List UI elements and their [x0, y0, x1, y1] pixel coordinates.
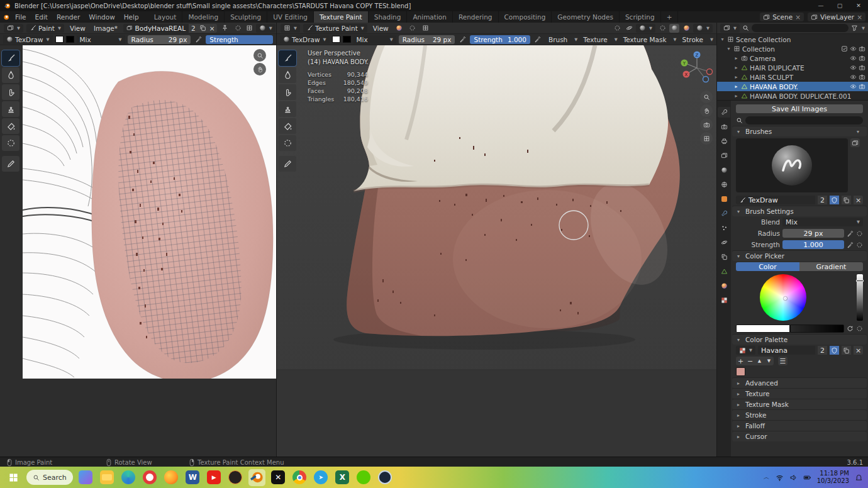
- disable-render-icon[interactable]: [859, 64, 865, 71]
- uv-sync-toggle[interactable]: [245, 24, 255, 33]
- image-view-menu[interactable]: View: [67, 25, 88, 32]
- brush-unlink-button[interactable]: ×: [854, 196, 863, 204]
- advanced-panel-header[interactable]: ▸Advanced: [732, 377, 867, 388]
- add-workspace-button[interactable]: +: [661, 11, 679, 23]
- tab-texture[interactable]: [718, 295, 730, 306]
- radius-slider[interactable]: 29 px: [782, 229, 844, 238]
- secondary-color-swatch[interactable]: [343, 36, 351, 43]
- value-slider[interactable]: [857, 274, 863, 321]
- menu-edit[interactable]: Edit: [31, 11, 52, 23]
- vp-blend-dropdown[interactable]: Mix▼: [353, 35, 396, 44]
- viewport-zoom-control[interactable]: [700, 91, 713, 103]
- tab-constraints[interactable]: [718, 252, 730, 262]
- hide-eye-icon[interactable]: [850, 55, 857, 62]
- tab-object[interactable]: [718, 194, 730, 204]
- disclosure-icon[interactable]: ▾: [720, 36, 725, 42]
- brush-gallery-button[interactable]: [850, 138, 860, 147]
- hide-eye-icon[interactable]: [850, 64, 857, 71]
- tool-soften[interactable]: [2, 67, 19, 83]
- tool-smear[interactable]: [2, 84, 19, 100]
- taskbar-app-steam[interactable]: [377, 469, 394, 486]
- primary-color-swatch[interactable]: [55, 36, 64, 43]
- tab-rendering[interactable]: Rendering: [453, 11, 499, 23]
- radius-pressure-toggle[interactable]: [457, 35, 467, 44]
- disclosure-icon[interactable]: ▸: [733, 93, 739, 99]
- scene-unlink-icon[interactable]: ×: [795, 13, 801, 21]
- animate-property-icon[interactable]: [856, 325, 863, 332]
- tab-particles[interactable]: [718, 223, 730, 233]
- vp-radius-slider[interactable]: Radius29 px: [399, 35, 455, 44]
- disclosure-icon[interactable]: ▸: [733, 74, 739, 80]
- shading-wireframe-button[interactable]: [657, 24, 667, 33]
- navigation-gizmo[interactable]: Y Z X: [679, 50, 715, 86]
- outliner-search-input[interactable]: [752, 24, 849, 32]
- search-icon[interactable]: [742, 25, 749, 31]
- brush-preview-panel[interactable]: [736, 138, 848, 192]
- strength-slider[interactable]: 1.000: [782, 240, 844, 249]
- chevron-down-icon[interactable]: ▼: [862, 26, 865, 31]
- strength-pressure-toggle[interactable]: [533, 35, 543, 44]
- disable-render-icon[interactable]: [859, 45, 865, 52]
- tab-physics[interactable]: [718, 237, 730, 248]
- editor-type-selector[interactable]: ▼: [720, 24, 740, 33]
- tray-overflow-chevron[interactable]: ︿: [764, 473, 770, 482]
- filter-icon[interactable]: [851, 25, 858, 31]
- editor-type-selector[interactable]: ▼: [4, 24, 23, 33]
- gradient-tab[interactable]: Gradient: [799, 262, 863, 271]
- disclosure-icon[interactable]: ▸: [733, 65, 739, 70]
- texture-canvas[interactable]: [23, 45, 277, 379]
- brush-datablock-name[interactable]: TexDraw: [736, 196, 815, 204]
- image-users-count[interactable]: 2: [189, 24, 198, 33]
- taskbar-app-blender[interactable]: [248, 469, 265, 486]
- stroke-panel-header[interactable]: ▸Stroke: [732, 409, 867, 420]
- color-wheel[interactable]: [760, 274, 806, 321]
- palette-unlink-button[interactable]: ×: [854, 346, 863, 355]
- blender-app-menu-icon[interactable]: [3, 14, 9, 21]
- disclosure-icon[interactable]: ▸: [733, 55, 739, 61]
- tool-soften[interactable]: [279, 67, 296, 83]
- tab-texture-paint[interactable]: Texture Paint: [314, 11, 369, 23]
- value-slider-handle[interactable]: [856, 280, 864, 282]
- volume-icon[interactable]: [789, 474, 798, 482]
- palette-fake-user-toggle[interactable]: [830, 346, 839, 355]
- shading-color-ball[interactable]: [394, 24, 404, 33]
- hide-eye-icon[interactable]: [850, 45, 857, 52]
- ie-zoom-control[interactable]: [253, 49, 266, 62]
- menu-help[interactable]: Help: [120, 11, 143, 23]
- taskbar-app-chrome[interactable]: [291, 469, 308, 486]
- fake-user-toggle[interactable]: [830, 196, 839, 204]
- maximize-button[interactable]: ▢: [830, 0, 849, 11]
- ie-pan-control[interactable]: [253, 63, 266, 75]
- tab-tool[interactable]: [718, 107, 730, 118]
- texture-mask-panel-header[interactable]: ▸Texture Mask: [732, 399, 867, 409]
- interaction-mode-dropdown[interactable]: Texture Paint▼: [303, 24, 367, 33]
- tab-compositing[interactable]: Compositing: [499, 11, 552, 23]
- search-icon[interactable]: [736, 117, 743, 124]
- tab-layout[interactable]: Layout: [148, 11, 183, 23]
- view-layer-selector[interactable]: ViewLayer ×: [808, 13, 865, 21]
- tab-output[interactable]: [718, 136, 730, 147]
- brushes-panel-header[interactable]: ▾Brushes ▾: [732, 126, 867, 136]
- hide-eye-icon[interactable]: [850, 74, 857, 80]
- pressure-icon[interactable]: [847, 241, 854, 248]
- ie-radius-pressure-toggle[interactable]: [193, 35, 203, 44]
- image-unlink-button[interactable]: ×: [208, 24, 217, 33]
- color-tab[interactable]: Color: [736, 262, 799, 271]
- display-channels-dropdown[interactable]: ▼: [256, 24, 275, 33]
- tab-geometry-nodes[interactable]: Geometry Nodes: [552, 11, 620, 23]
- paint-mask-face-toggle[interactable]: [421, 24, 431, 33]
- tool-fill[interactable]: [2, 118, 19, 134]
- taskbar-app-basketball[interactable]: [227, 469, 244, 486]
- tab-material[interactable]: [718, 280, 730, 291]
- shading-rendered-dropdown[interactable]: ▼: [693, 24, 713, 33]
- tab-view-layer[interactable]: [718, 150, 730, 161]
- tab-object-data[interactable]: [718, 266, 730, 277]
- wifi-icon[interactable]: [776, 474, 784, 482]
- palette-copy-button[interactable]: [842, 346, 851, 355]
- palette-move-up-button[interactable]: ▲: [755, 357, 764, 365]
- palette-sort-menu[interactable]: ☰: [778, 357, 787, 365]
- taskbar-app-firefox[interactable]: [163, 469, 180, 486]
- tab-uv-editing[interactable]: UV Editing: [267, 11, 314, 23]
- stroke-menu[interactable]: Stroke: [679, 36, 706, 43]
- battery-icon[interactable]: [803, 474, 811, 482]
